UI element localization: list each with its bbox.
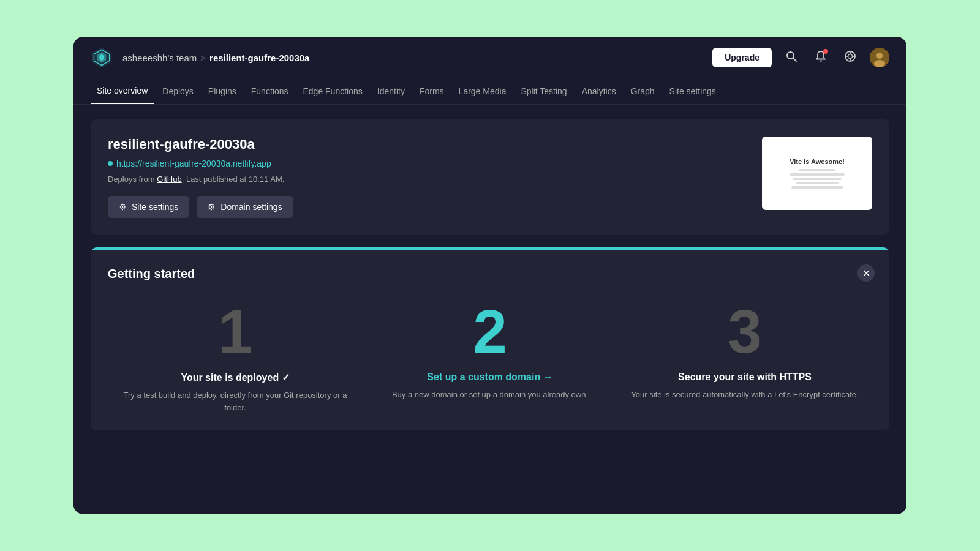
nav-item-graph[interactable]: Graph <box>625 79 661 103</box>
netlify-logo <box>91 47 113 69</box>
github-link[interactable]: GitHub <box>157 174 181 184</box>
nav-item-edge-functions[interactable]: Edge Functions <box>296 79 368 103</box>
step-3: 3 Secure your site with HTTPS Your site … <box>617 301 872 413</box>
svg-line-5 <box>793 58 796 61</box>
topbar: asheeeshh's team > resilient-gaufre-2003… <box>74 37 907 78</box>
nav-item-plugins[interactable]: Plugins <box>202 79 243 103</box>
breadcrumb: asheeeshh's team > resilient-gaufre-2003… <box>123 53 309 63</box>
step-1-desc: Try a test build and deploy, directly fr… <box>120 389 350 413</box>
team-name: asheeeshh's team <box>123 53 197 63</box>
step-1-label: Your site is deployed ✓ <box>120 372 350 383</box>
preview-line <box>799 169 835 171</box>
svg-point-14 <box>874 60 885 67</box>
main-content: resilient-gaufre-20030a https://resilien… <box>74 105 907 510</box>
gear-icon-domain: ⚙ <box>208 202 216 212</box>
preview-content <box>790 169 845 189</box>
site-card: resilient-gaufre-20030a https://resilien… <box>91 119 889 235</box>
breadcrumb-separator: > <box>200 53 206 63</box>
deploy-time: . Last published at 10:11 AM. <box>182 174 285 184</box>
steps-container: 1 Your site is deployed ✓ Try a test bui… <box>108 301 872 413</box>
nav: Site overview Deploys Plugins Functions … <box>74 78 907 105</box>
site-url[interactable]: https://resilient-gaufre-20030a.netlify.… <box>108 159 742 168</box>
nav-item-deploys[interactable]: Deploys <box>156 79 200 103</box>
getting-started-content: Getting started ✕ 1 Your site is deploye… <box>91 250 889 430</box>
preview-line <box>790 173 845 176</box>
svg-point-13 <box>876 53 883 59</box>
step-2-label: Set up a custom domain → <box>375 372 605 383</box>
app-frame: asheeeshh's team > resilient-gaufre-2003… <box>74 37 907 514</box>
url-text: https://resilient-gaufre-20030a.netlify.… <box>116 159 271 168</box>
gear-icon-site: ⚙ <box>119 202 127 212</box>
site-title: resilient-gaufre-20030a <box>108 137 742 152</box>
svg-point-7 <box>848 54 853 58</box>
nav-item-site-settings[interactable]: Site settings <box>663 79 722 103</box>
upgrade-button[interactable]: Upgrade <box>712 48 772 67</box>
preview-line <box>796 182 839 184</box>
avatar[interactable] <box>870 48 889 67</box>
step-3-number: 3 <box>630 301 860 362</box>
getting-started-title: Getting started <box>108 267 872 281</box>
deploy-info: Deploys from GitHub. Last published at 1… <box>108 174 742 184</box>
site-settings-button[interactable]: ⚙ Site settings <box>108 196 189 218</box>
step-2-number: 2 <box>375 301 605 362</box>
nav-item-identity[interactable]: Identity <box>371 79 411 103</box>
step-1-number: 1 <box>120 301 350 362</box>
url-status-dot <box>108 161 113 166</box>
lifebuoy-icon <box>844 50 856 66</box>
action-buttons: ⚙ Site settings ⚙ Domain settings <box>108 196 742 218</box>
custom-domain-link[interactable]: Set up a custom domain → <box>427 372 552 382</box>
site-name: resilient-gaufre-20030a <box>209 53 309 63</box>
preview-line <box>793 178 842 180</box>
search-button[interactable] <box>782 48 801 67</box>
nav-item-split-testing[interactable]: Split Testing <box>514 79 573 103</box>
nav-item-forms[interactable]: Forms <box>413 79 450 103</box>
step-2: 2 Set up a custom domain → Buy a new dom… <box>363 301 617 413</box>
step-2-desc: Buy a new domain or set up a domain you … <box>375 389 605 401</box>
site-preview: Vite is Awesome! <box>762 137 872 210</box>
step-3-label: Secure your site with HTTPS <box>630 372 860 383</box>
search-icon <box>785 50 797 66</box>
preview-line <box>791 186 843 189</box>
nav-item-large-media[interactable]: Large Media <box>453 79 513 103</box>
close-getting-started-button[interactable]: ✕ <box>858 264 875 282</box>
preview-heading: Vite is Awesome! <box>790 158 845 165</box>
deploy-prefix: Deploys from <box>108 174 155 184</box>
notifications-button[interactable] <box>811 48 831 67</box>
step-1: 1 Your site is deployed ✓ Try a test bui… <box>108 301 363 413</box>
domain-settings-button[interactable]: ⚙ Domain settings <box>197 196 293 218</box>
topbar-right: Upgrade <box>712 48 889 67</box>
getting-started-section: Getting started ✕ 1 Your site is deploye… <box>91 247 889 430</box>
notification-dot <box>823 49 828 54</box>
nav-item-functions[interactable]: Functions <box>245 79 295 103</box>
help-button[interactable] <box>840 48 860 67</box>
step-3-desc: Your site is secured automatically with … <box>630 389 860 401</box>
close-icon: ✕ <box>862 268 870 279</box>
nav-item-analytics[interactable]: Analytics <box>576 79 622 103</box>
nav-item-site-overview[interactable]: Site overview <box>91 78 154 104</box>
site-info: resilient-gaufre-20030a https://resilien… <box>108 137 742 218</box>
